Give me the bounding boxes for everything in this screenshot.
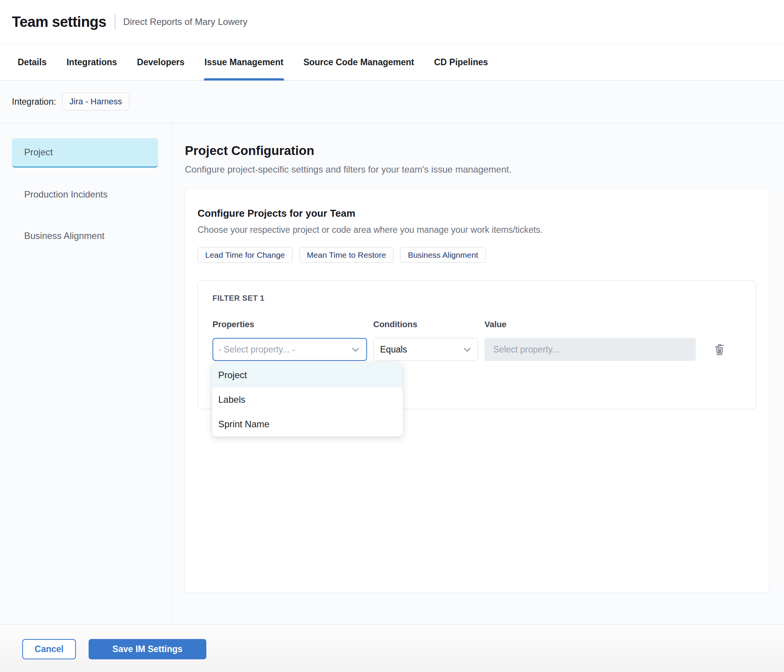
sidebar-item-project[interactable]: Project (12, 138, 158, 168)
tab-integrations[interactable]: Integrations (66, 44, 118, 80)
pill-lead-time-for-change[interactable]: Lead Time for Change (198, 247, 293, 263)
filter-set-1: FILTER SET 1 Properties Conditions Value… (198, 280, 756, 409)
sidebar-item-production-incidents[interactable]: Production Incidents (12, 180, 158, 209)
filter-column-headers: Properties Conditions Value (212, 320, 741, 329)
dropdown-option-labels[interactable]: Labels (212, 387, 403, 412)
page-header: Team settings Direct Reports of Mary Low… (0, 0, 784, 44)
content-body: Project Production Incidents Business Al… (0, 123, 784, 624)
property-dropdown: Project Labels Sprint Name (212, 363, 403, 436)
sidebar-item-business-alignment[interactable]: Business Alignment (12, 221, 158, 250)
value-input[interactable] (484, 338, 696, 361)
integration-row: Integration: Jira - Harness (0, 81, 784, 123)
condition-select-value: Equals (380, 344, 407, 355)
tab-bar: Details Integrations Developers Issue Ma… (0, 44, 784, 81)
section-subheading: Configure project-specific settings and … (185, 164, 769, 175)
tab-details[interactable]: Details (17, 44, 47, 80)
tab-source-code-management[interactable]: Source Code Management (303, 44, 415, 80)
pill-business-alignment[interactable]: Business Alignment (400, 247, 486, 263)
chevron-down-icon (463, 344, 471, 355)
property-select-value: - Select property... - (218, 344, 295, 355)
pill-mean-time-to-restore[interactable]: Mean Time to Restore (299, 247, 394, 263)
trash-icon (713, 342, 726, 357)
metric-pills: Lead Time for Change Mean Time to Restor… (198, 247, 756, 263)
configure-projects-card: Configure Projects for your Team Choose … (185, 189, 769, 593)
column-label-properties: Properties (212, 320, 367, 329)
save-im-settings-button[interactable]: Save IM Settings (89, 639, 206, 659)
header-subtitle: Direct Reports of Mary Lowery (123, 16, 247, 27)
header-divider (115, 14, 115, 30)
filter-set-title: FILTER SET 1 (212, 294, 741, 303)
dropdown-option-project[interactable]: Project (212, 363, 403, 387)
tab-issue-management[interactable]: Issue Management (204, 44, 284, 80)
page-title: Team settings (12, 14, 106, 30)
column-label-conditions: Conditions (373, 320, 478, 329)
chevron-down-icon (352, 344, 359, 355)
cancel-button[interactable]: Cancel (22, 639, 76, 659)
delete-filter-button[interactable] (713, 342, 726, 357)
column-label-value: Value (484, 320, 696, 329)
integration-label: Integration: (12, 97, 56, 107)
section-heading: Project Configuration (185, 143, 769, 158)
tab-cd-pipelines[interactable]: CD Pipelines (433, 44, 489, 80)
footer-bar: Cancel Save IM Settings (0, 624, 784, 672)
card-title: Configure Projects for your Team (198, 208, 756, 219)
tab-developers[interactable]: Developers (136, 44, 185, 80)
integration-chip[interactable]: Jira - Harness (62, 93, 129, 110)
filter-row: - Select property... - Project Labels Sp… (212, 338, 741, 361)
card-subtitle: Choose your respective project or code a… (198, 225, 756, 235)
team-settings-page: Team settings Direct Reports of Mary Low… (0, 0, 784, 672)
property-select[interactable]: - Select property... - Project Labels Sp… (212, 338, 367, 361)
sidebar: Project Production Incidents Business Al… (0, 123, 172, 624)
dropdown-option-sprint-name[interactable]: Sprint Name (212, 412, 403, 436)
main-panel: Project Configuration Configure project-… (172, 123, 784, 624)
condition-select[interactable]: Equals (373, 338, 478, 361)
